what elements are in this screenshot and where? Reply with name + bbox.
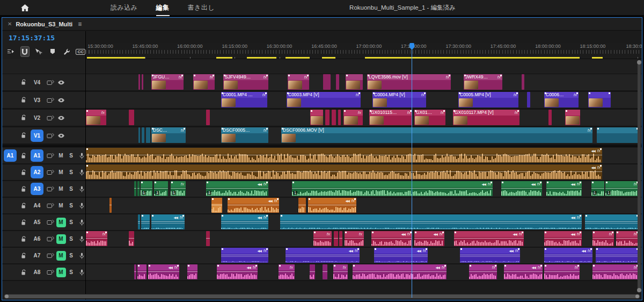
- timeline-clip[interactable]: ◀◀fx: [221, 248, 268, 263]
- timeline-clip[interactable]: [522, 74, 524, 90]
- timeline-clip[interactable]: ◀◀fx: [151, 214, 185, 229]
- linked-selection-button[interactable]: [34, 46, 43, 57]
- record-mic-toggle[interactable]: [76, 153, 87, 159]
- timeline-clip[interactable]: [142, 74, 143, 90]
- track-lock-toggle[interactable]: [18, 203, 29, 209]
- timeline-clip[interactable]: [310, 264, 315, 279]
- timeline-clip[interactable]: ◀◀fx: [460, 248, 520, 263]
- timeline-clip[interactable]: SJFV4949…fx: [223, 74, 268, 90]
- sync-lock-toggle[interactable]: [45, 169, 56, 175]
- track-lock-toggle[interactable]: [18, 253, 29, 259]
- timeline-clip[interactable]: [187, 264, 197, 279]
- timeline-clip[interactable]: fx: [279, 264, 295, 279]
- timeline-clip[interactable]: [336, 74, 339, 90]
- sync-lock-toggle[interactable]: [45, 236, 56, 242]
- solo-toggle[interactable]: S: [66, 186, 76, 192]
- solo-toggle[interactable]: S: [66, 219, 76, 225]
- timeline-clip[interactable]: LQVE3586.mov [V]fx: [367, 74, 451, 90]
- timeline-clip[interactable]: [138, 74, 140, 90]
- track-lock-toggle[interactable]: [18, 97, 29, 103]
- timeline-clip[interactable]: fx: [86, 110, 106, 125]
- timeline-clip[interactable]: [548, 110, 552, 125]
- record-mic-toggle[interactable]: [76, 203, 87, 209]
- timeline-clip[interactable]: GX010115…fx: [369, 110, 412, 125]
- horizontal-scroll-thumb[interactable]: [4, 294, 640, 298]
- timeline-clip[interactable]: fx1: [171, 181, 186, 196]
- track-target-a1[interactable]: A1: [31, 149, 43, 162]
- timeline-clip[interactable]: JWRX49…fx: [464, 74, 502, 90]
- timeline-clip[interactable]: ◀◀fx: [414, 231, 444, 246]
- track-target-v3[interactable]: V3: [31, 94, 43, 106]
- timeline-clip[interactable]: fx: [345, 231, 364, 246]
- timeline-clip[interactable]: ◀◀fx: [353, 264, 447, 279]
- timeline-clip[interactable]: fx: [343, 110, 363, 125]
- mute-toggle[interactable]: M: [56, 218, 66, 227]
- timeline-clip[interactable]: [146, 127, 150, 143]
- timeline-clip[interactable]: ◀◀fx: [280, 214, 582, 229]
- timeline-clip[interactable]: ◀◀fx: [546, 181, 582, 196]
- track-target-v4[interactable]: V4: [31, 76, 43, 89]
- timeline-clip[interactable]: ◀◀fx: [544, 248, 592, 263]
- record-mic-toggle[interactable]: [76, 269, 87, 276]
- timeline-clip[interactable]: ◀◀fx1: [292, 181, 493, 196]
- timeline-clip[interactable]: fx: [333, 264, 348, 279]
- sync-lock-toggle[interactable]: [45, 80, 56, 85]
- timeline-clip[interactable]: fx: [592, 264, 639, 279]
- timeline-clip[interactable]: [346, 74, 363, 90]
- timeline-clip[interactable]: C0005.MP4 [V]fx: [458, 92, 518, 107]
- timeline-clip[interactable]: [137, 264, 147, 279]
- solo-toggle[interactable]: S: [66, 269, 76, 275]
- timeline-settings-button[interactable]: [62, 46, 71, 57]
- panel-close-icon[interactable]: ✕: [8, 21, 12, 27]
- record-mic-toggle[interactable]: [76, 253, 87, 259]
- timeline-clip[interactable]: ◀◀fx: [501, 181, 542, 196]
- timeline-clip[interactable]: [141, 214, 150, 229]
- sync-lock-toggle[interactable]: [45, 153, 56, 159]
- timeline-clip[interactable]: DSCF0006.MOV [V]fx: [281, 127, 592, 143]
- track-lock-toggle[interactable]: [18, 132, 29, 139]
- mute-toggle[interactable]: M: [56, 153, 66, 159]
- timeline-clip[interactable]: [138, 214, 140, 229]
- snap-button[interactable]: [20, 46, 30, 57]
- timeline-clip[interactable]: [588, 92, 611, 107]
- timeline-clip[interactable]: 1: [154, 181, 168, 196]
- timeline-clip[interactable]: C0004.MP4 [V]fx: [372, 92, 426, 107]
- menu-export[interactable]: 書き出し: [188, 3, 215, 12]
- timeline-clip[interactable]: fx: [313, 231, 332, 246]
- timeline-clip[interactable]: [109, 198, 112, 213]
- timeline-clip[interactable]: 1: [591, 181, 604, 196]
- track-target-a3[interactable]: A3: [31, 183, 43, 195]
- timeline-clip[interactable]: 1: [141, 181, 152, 196]
- timeline-clip[interactable]: GX010117.MP4 [V]fx: [453, 110, 519, 125]
- timeline-clip[interactable]: [138, 127, 140, 143]
- track-output-toggle[interactable]: [56, 98, 67, 103]
- timeline-clip[interactable]: [310, 110, 323, 125]
- sync-lock-toggle[interactable]: [45, 133, 56, 139]
- record-mic-toggle[interactable]: [76, 236, 87, 242]
- solo-toggle[interactable]: S: [66, 153, 76, 159]
- track-lock-toggle[interactable]: [18, 269, 29, 276]
- solo-toggle[interactable]: S: [66, 253, 76, 258]
- track-output-toggle[interactable]: [56, 133, 67, 138]
- timeline-clip[interactable]: ◀◀fx: [454, 231, 524, 246]
- panel-menu-icon[interactable]: ≡: [78, 20, 82, 28]
- nest-toggle-button[interactable]: [6, 46, 16, 57]
- timeline-clip[interactable]: [142, 127, 144, 143]
- sync-lock-toggle[interactable]: [45, 203, 56, 208]
- timeline-clip[interactable]: DSC…fx: [151, 127, 186, 143]
- timeline-clip[interactable]: fx: [288, 74, 309, 90]
- timeline-clip[interactable]: ◀◀fx: [221, 214, 268, 229]
- time-ruler[interactable]: 15:30:00:0015:45:00:0016:00:00:0016:15:0…: [86, 43, 642, 59]
- timeline-clip[interactable]: [134, 181, 136, 196]
- timeline-clip[interactable]: ◀◀fx: [86, 148, 602, 163]
- home-button[interactable]: [19, 4, 30, 11]
- timeline-clip[interactable]: ◀◀fx: [504, 264, 543, 279]
- timeline-clip[interactable]: ◀◀fx1: [206, 181, 268, 196]
- menu-edit[interactable]: 編集: [156, 3, 170, 12]
- timeline-clip[interactable]: [585, 214, 639, 229]
- timeline-clip[interactable]: ◀◀fx: [308, 198, 356, 213]
- menu-import[interactable]: 読み込み: [111, 3, 138, 12]
- track-target-v1[interactable]: V1: [31, 130, 43, 142]
- timeline-clip[interactable]: fx: [86, 231, 107, 246]
- timeline-clip[interactable]: [211, 198, 222, 213]
